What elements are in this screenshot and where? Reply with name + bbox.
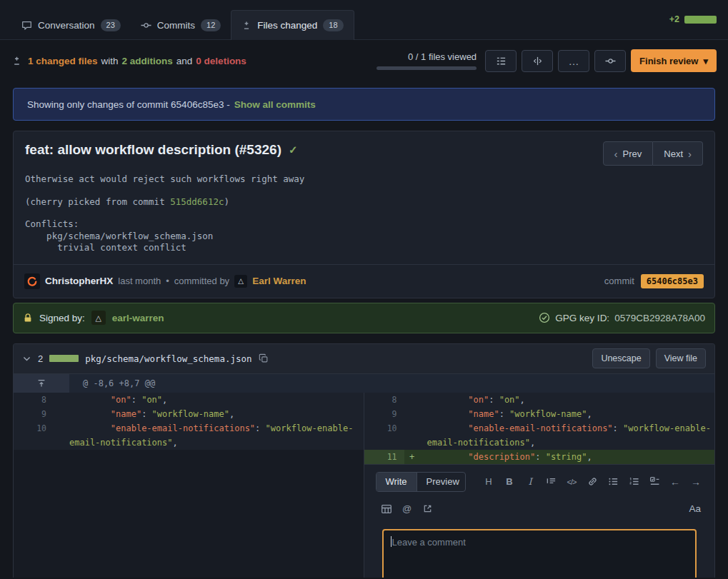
arrow-right-icon[interactable]: →	[689, 474, 703, 490]
split-view-icon	[532, 56, 543, 66]
file-diff-stat-bar	[49, 355, 79, 362]
task-list-icon[interactable]	[647, 474, 662, 490]
additions-count: 2 additions	[122, 56, 173, 66]
comment-input[interactable]	[382, 529, 697, 578]
split-view-toggle-button[interactable]	[522, 50, 553, 72]
inline-comment-form: Write Preview H B I </>	[364, 464, 715, 578]
dot-separator: •	[166, 276, 169, 286]
copy-icon[interactable]	[259, 353, 269, 363]
empty-diff-filler	[14, 450, 364, 578]
hunk-header-row: @ -8,6 +8,7 @@	[14, 374, 714, 393]
summary-with-text: with	[101, 56, 119, 66]
old-code-lines: 8 "on": "on",9 "name": "workflow-name",1…	[14, 393, 364, 450]
commit-label: commit	[604, 276, 634, 286]
pr-tab-bar: Conversation 23 Commits 12 Files changed…	[0, 0, 728, 40]
git-commit-icon	[141, 20, 151, 31]
expand-hunk-button[interactable]	[14, 374, 69, 393]
diff-line: 10 "enable-email-notifications": "workfl…	[14, 421, 364, 450]
prev-commit-button[interactable]: ‹ Prev	[603, 141, 654, 166]
file-tree-icon	[496, 56, 507, 66]
deletions-count: 0 deletions	[196, 56, 246, 66]
link-icon[interactable]	[585, 474, 599, 490]
committer-name-link[interactable]: Earl Warren	[252, 276, 306, 286]
conflicts-block: Conflicts: pkg/schema/workflow_schema.js…	[25, 218, 703, 254]
tab-files-changed[interactable]: Files changed 18	[231, 10, 354, 40]
tab-preview[interactable]: Preview	[417, 473, 466, 491]
arrow-left-icon[interactable]: ←	[668, 474, 682, 490]
quote-icon[interactable]	[544, 474, 558, 490]
prev-label: Prev	[623, 148, 642, 159]
author-avatar[interactable]	[24, 273, 40, 289]
collapse-file-chevron-icon[interactable]	[22, 354, 31, 363]
line-number[interactable]: 8	[364, 393, 404, 407]
cherry-pick-line: (cherry picked from commit 515dd6612c)	[25, 196, 703, 208]
code-icon[interactable]: </>	[564, 474, 579, 490]
commit-select-button[interactable]	[594, 50, 626, 72]
speech-bubble-icon	[21, 20, 32, 31]
files-viewed-label: 0 / 1 files viewed	[408, 51, 477, 62]
diff-line: 9 "name": "workflow-name",	[14, 407, 364, 421]
code-text: "enable-email-notifications": "workflow-…	[420, 421, 715, 450]
bold-icon[interactable]: B	[502, 474, 517, 490]
notice-text: Showing only changes of commit 65406c85e…	[27, 99, 230, 110]
gpg-key-label: GPG key ID:	[555, 313, 609, 323]
tab-write[interactable]: Write	[377, 473, 417, 491]
file-tree-toggle-button[interactable]	[485, 50, 517, 72]
commit-filter-notice: Showing only changes of commit 65406c85e…	[13, 88, 715, 121]
line-number[interactable]: 10	[364, 421, 404, 435]
commit-message-line: Otherwise act would reject such workflow…	[25, 173, 703, 186]
diff-file-panel: 2 pkg/schema/workflow_schema.json Unesca…	[13, 343, 715, 578]
line-number[interactable]: 9	[14, 407, 54, 421]
diff-toolbar: 1 changed files with 2 additions and 0 d…	[0, 40, 728, 81]
tab-conversation[interactable]: Conversation 23	[11, 11, 131, 39]
commit-sha-badge[interactable]: 65406c85e3	[641, 274, 704, 288]
reference-icon[interactable]	[421, 501, 435, 517]
line-number[interactable]: 11	[364, 450, 404, 464]
diff-new-side: 8 "on": "on",9 "name": "workflow-name",1…	[364, 393, 715, 578]
pull-request-files-page: Conversation 23 Commits 12 Files changed…	[0, 0, 728, 579]
triangle-avatar-glyph: △	[96, 313, 101, 323]
mention-icon[interactable]: @	[400, 501, 414, 517]
italic-icon[interactable]: I	[523, 474, 537, 490]
signer-name-link[interactable]: earl-warren	[112, 313, 164, 323]
unescape-label: Unescape	[601, 353, 641, 363]
editor-mode-tabs: Write Preview	[376, 472, 467, 492]
cherry-pick-hash-link[interactable]: 515dd6612c	[170, 196, 224, 207]
hunk-header-text: @ -8,6 +8,7 @@	[69, 374, 714, 393]
commits-count-badge: 12	[201, 19, 221, 31]
next-commit-button[interactable]: Next ›	[653, 141, 703, 166]
diff-toolbar-controls: 0 / 1 files viewed …	[377, 49, 717, 72]
git-commit-icon	[605, 56, 616, 66]
numbered-list-icon[interactable]	[627, 474, 641, 490]
heading-icon[interactable]: H	[482, 474, 496, 490]
tab-files-changed-label: Files changed	[257, 20, 317, 31]
files-viewed: 0 / 1 files viewed	[377, 51, 477, 70]
finish-review-button[interactable]: Finish review ▾	[631, 49, 717, 72]
font-size-toggle[interactable]: Aa	[689, 503, 701, 514]
files-viewed-progress	[377, 66, 477, 70]
pr-diff-stat: +2	[669, 14, 717, 24]
tab-commits-label: Commits	[157, 20, 195, 31]
line-number[interactable]: 9	[364, 407, 404, 421]
tab-commits[interactable]: Commits 12	[131, 11, 231, 39]
table-icon[interactable]	[379, 501, 394, 517]
line-number[interactable]: 10	[14, 421, 54, 435]
author-name-link[interactable]: ChristopherHX	[45, 276, 113, 286]
view-file-button[interactable]: View file	[656, 348, 706, 368]
more-options-button[interactable]: …	[558, 50, 589, 72]
show-all-commits-link[interactable]: Show all commits	[234, 99, 316, 110]
unescape-button[interactable]: Unescape	[592, 348, 649, 368]
file-name-link[interactable]: pkg/schema/workflow_schema.json	[85, 353, 251, 364]
diff-old-side: 8 "on": "on",9 "name": "workflow-name",1…	[14, 393, 364, 578]
text-caret	[391, 536, 392, 547]
committer-avatar[interactable]: △	[234, 275, 247, 288]
diff-stat-bar	[684, 16, 717, 24]
new-code-lines: 8 "on": "on",9 "name": "workflow-name",1…	[364, 393, 715, 464]
diff-summary: 1 changed files with 2 additions and 0 d…	[11, 56, 246, 66]
diff-stat-additions: +2	[669, 14, 679, 24]
commit-sha-group: commit 65406c85e3	[604, 274, 704, 288]
signer-avatar[interactable]: △	[91, 311, 106, 325]
caret-down-icon: ▾	[703, 56, 708, 66]
bullet-list-icon[interactable]	[606, 474, 620, 490]
line-number[interactable]: 8	[14, 393, 54, 407]
